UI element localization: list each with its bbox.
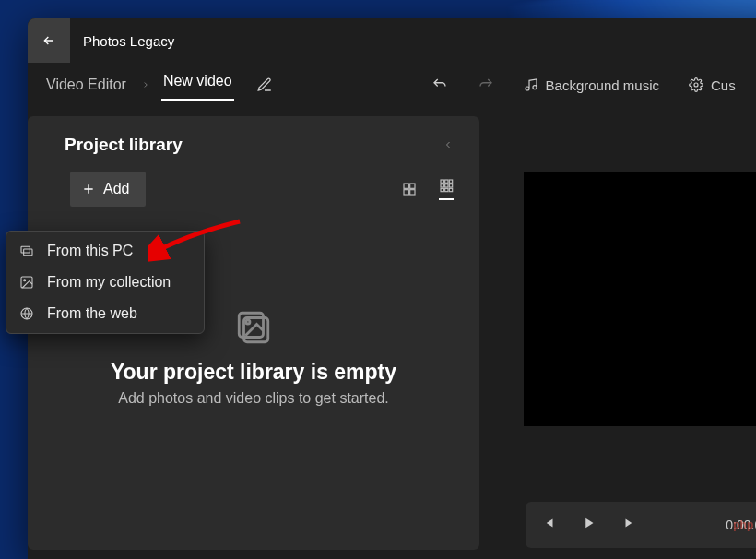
library-title: Project library (65, 135, 183, 155)
grid-large-icon[interactable] (402, 182, 417, 196)
breadcrumb-root[interactable]: Video Editor (42, 73, 130, 97)
preview-area (524, 116, 756, 559)
toolbar: Video Editor New video Background music … (28, 63, 756, 107)
svg-rect-11 (441, 188, 443, 191)
svg-rect-4 (410, 190, 415, 195)
svg-rect-18 (24, 249, 32, 256)
grid-small-icon[interactable] (439, 178, 454, 200)
redo-button[interactable] (478, 77, 494, 93)
breadcrumb-current[interactable]: New video (161, 69, 234, 101)
svg-rect-12 (445, 188, 448, 191)
menu-from-the-web[interactable]: From the web (6, 298, 204, 329)
custom-audio-label: Cus (711, 77, 736, 93)
undo-button[interactable] (431, 77, 448, 93)
video-preview[interactable] (524, 172, 756, 426)
titlebar: Photos Legacy (28, 18, 756, 63)
svg-point-0 (694, 83, 698, 87)
svg-rect-3 (404, 190, 408, 195)
svg-point-20 (24, 280, 26, 281)
add-button[interactable]: Add (70, 172, 146, 207)
background-music-button[interactable]: Background music (524, 77, 659, 93)
add-context-menu: From this PC From my collection From the… (6, 231, 205, 334)
app-title: Photos Legacy (83, 33, 174, 49)
watermark: php (733, 518, 753, 531)
svg-rect-7 (449, 180, 452, 183)
svg-rect-6 (445, 180, 448, 183)
play-button[interactable] (581, 515, 597, 535)
prev-frame-button[interactable] (540, 515, 557, 535)
svg-rect-8 (441, 184, 443, 187)
next-frame-button[interactable] (621, 515, 638, 535)
chevron-right-icon (141, 78, 150, 92)
background-music-label: Background music (546, 77, 659, 93)
menu-from-my-collection[interactable]: From my collection (6, 267, 204, 298)
player-time: 0:00.00 php (726, 517, 756, 532)
empty-title: Your project library is empty (46, 360, 461, 385)
collapse-chevron-icon[interactable] (443, 137, 454, 153)
empty-subtitle: Add photos and video clips to get starte… (46, 390, 461, 407)
svg-rect-10 (449, 184, 452, 187)
svg-rect-9 (445, 184, 448, 187)
image-icon (19, 275, 34, 290)
add-button-label: Add (103, 181, 129, 197)
menu-item-label: From this PC (47, 243, 133, 259)
plus-icon (81, 182, 96, 196)
svg-rect-5 (441, 180, 443, 183)
svg-rect-2 (410, 184, 415, 188)
svg-rect-1 (404, 184, 408, 188)
back-button[interactable] (28, 18, 70, 63)
rename-button[interactable] (256, 77, 273, 93)
menu-item-label: From the web (47, 305, 137, 322)
menu-from-this-pc[interactable]: From this PC (6, 235, 204, 267)
svg-point-16 (246, 320, 250, 324)
svg-rect-13 (449, 188, 452, 191)
player-controls: 0:00.00 php (526, 502, 756, 548)
menu-item-label: From my collection (47, 274, 171, 291)
svg-rect-17 (21, 246, 30, 253)
custom-audio-button[interactable]: Cus (689, 77, 736, 93)
pc-icon (19, 244, 34, 258)
web-icon (19, 306, 34, 321)
